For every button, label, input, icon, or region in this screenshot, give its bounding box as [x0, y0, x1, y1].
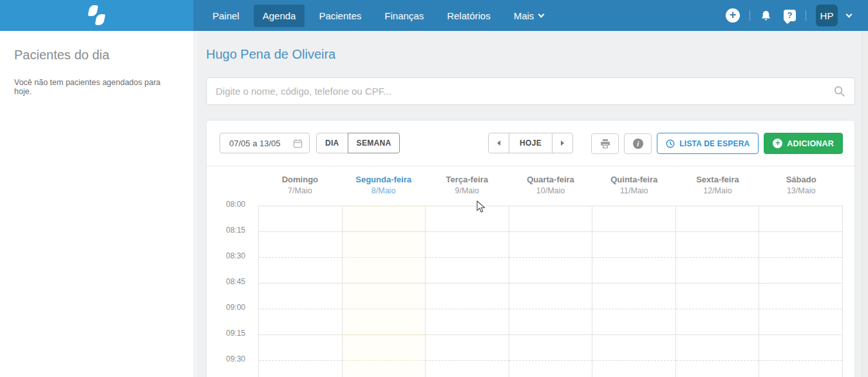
calendar-column — [509, 206, 592, 377]
calendar-cell[interactable] — [676, 206, 759, 231]
nav-item-financas[interactable]: Finanças — [375, 5, 433, 27]
help-button[interactable]: ? — [784, 10, 796, 21]
calendar-cell[interactable] — [509, 334, 592, 360]
page-title: Hugo Pena de Oliveira — [206, 47, 335, 62]
calendar-cell[interactable] — [343, 231, 426, 257]
account-chevron-down-icon[interactable] — [846, 11, 853, 17]
time-gutter: 08:0008:1508:3008:4509:0009:1509:30 — [207, 206, 252, 377]
waitlist-button[interactable]: LISTA DE ESPERA — [657, 133, 759, 154]
calendar-cell[interactable] — [343, 206, 426, 231]
calendar-column — [759, 206, 843, 377]
calendar-cell[interactable] — [759, 283, 842, 309]
bell-icon — [760, 10, 772, 22]
nav-item-mais[interactable]: Mais — [505, 5, 553, 27]
calendar-cell[interactable] — [259, 309, 342, 334]
nav-item-agenda[interactable]: Agenda — [254, 5, 305, 27]
time-label: 09:15 — [207, 329, 245, 338]
info-icon: i — [633, 139, 643, 149]
calendar-cell[interactable] — [592, 206, 675, 231]
time-label: 09:00 — [207, 303, 245, 312]
calendar-cell[interactable] — [259, 334, 342, 360]
calendar-cell[interactable] — [259, 283, 342, 309]
day-header: Domingo7/Maio — [258, 166, 342, 206]
calendar-cell[interactable] — [592, 257, 675, 283]
calendar-cell[interactable] — [676, 334, 759, 360]
calendar-cell[interactable] — [426, 257, 509, 283]
day-view-button[interactable]: DIA — [316, 133, 348, 153]
calendar-cell[interactable] — [676, 309, 759, 334]
calendar-cell[interactable] — [426, 309, 509, 334]
calendar-cell[interactable] — [509, 283, 592, 309]
calendar-cell[interactable] — [426, 283, 509, 309]
calendar-cell[interactable] — [509, 360, 592, 377]
calendar-cell[interactable] — [592, 360, 675, 377]
calendar-cell[interactable] — [759, 360, 842, 377]
calendar-cell[interactable] — [426, 206, 509, 231]
calendar-day-headers: Domingo7/MaioSegunda-feira8/MaioTerça-fe… — [258, 166, 843, 206]
day-header: Quarta-feira10/Maio — [509, 166, 592, 206]
topbar-actions: + ? HP — [726, 5, 851, 26]
calendar-column — [425, 206, 509, 377]
time-label: 08:45 — [207, 277, 245, 286]
calendar-cell[interactable] — [343, 309, 426, 334]
calendar-cell[interactable] — [676, 257, 759, 283]
calendar-cell[interactable] — [676, 283, 759, 309]
sidebar-scrollbar[interactable] — [193, 31, 198, 377]
nav-item-painel[interactable]: Painel — [203, 5, 249, 27]
calendar-cell[interactable] — [592, 283, 675, 309]
calendar-cell[interactable] — [509, 231, 592, 257]
calendar-cell[interactable] — [509, 309, 592, 334]
calendar-cell[interactable] — [343, 360, 426, 377]
date-range-value: 07/05 a 13/05 — [229, 139, 293, 148]
calendar-cell[interactable] — [759, 309, 842, 334]
search-input[interactable] — [216, 86, 833, 97]
calendar-cell[interactable] — [759, 334, 842, 360]
divider — [750, 10, 750, 21]
day-header: Terça-feira9/Maio — [425, 166, 509, 206]
calendar-cell[interactable] — [676, 231, 759, 257]
notifications-button[interactable] — [760, 10, 772, 22]
nav-item-relatorios[interactable]: Relatórios — [438, 5, 500, 27]
calendar-column — [342, 206, 426, 377]
previous-week-button[interactable] — [488, 133, 509, 153]
info-button[interactable]: i — [624, 133, 652, 154]
calendar-body: 08:0008:1508:3008:4509:0009:1509:30 — [207, 206, 854, 377]
sidebar-title: Pacientes do dia — [0, 31, 193, 63]
calendar-cell[interactable] — [343, 334, 426, 360]
calendar-cell[interactable] — [592, 334, 675, 360]
today-button[interactable]: HOJE — [509, 133, 552, 153]
calendar-cell[interactable] — [759, 206, 842, 231]
calendar-cell[interactable] — [343, 283, 426, 309]
calendar-cell[interactable] — [592, 231, 675, 257]
calendar-cell[interactable] — [426, 360, 509, 377]
calendar-cell[interactable] — [509, 257, 592, 283]
calendar-cell[interactable] — [676, 360, 759, 377]
next-week-button[interactable] — [552, 133, 573, 153]
calendar-cell[interactable] — [759, 257, 842, 283]
clock-icon — [666, 139, 675, 148]
week-view-button[interactable]: SEMANA — [348, 133, 401, 153]
window-scrollbar[interactable] — [862, 31, 868, 377]
plus-circle-icon: + — [773, 139, 782, 148]
nav-item-pacientes[interactable]: Pacientes — [310, 5, 370, 27]
calendar-cell[interactable] — [259, 231, 342, 257]
divider — [806, 10, 806, 21]
day-header: Quinta-feira11/Maio — [592, 166, 676, 206]
calendar-cell[interactable] — [259, 257, 342, 283]
quick-add-button[interactable]: + — [726, 8, 740, 23]
calendar-cell[interactable] — [259, 360, 342, 377]
calendar-cell[interactable] — [426, 231, 509, 257]
question-bubble-icon: ? — [784, 10, 796, 21]
calendar-cell[interactable] — [592, 309, 675, 334]
print-button[interactable] — [591, 133, 619, 154]
agenda-card: 07/05 a 13/05 DIA SEMANA HOJE — [206, 120, 855, 377]
calendar-cell[interactable] — [426, 334, 509, 360]
calendar-cell[interactable] — [259, 206, 342, 231]
calendar-cell[interactable] — [343, 257, 426, 283]
avatar[interactable]: HP — [816, 5, 838, 26]
add-appointment-button[interactable]: + ADICIONAR — [764, 133, 843, 154]
date-range-picker[interactable]: 07/05 a 13/05 — [220, 133, 310, 153]
chevron-down-icon — [538, 11, 545, 17]
calendar-cell[interactable] — [759, 231, 842, 257]
calendar-cell[interactable] — [509, 206, 592, 231]
